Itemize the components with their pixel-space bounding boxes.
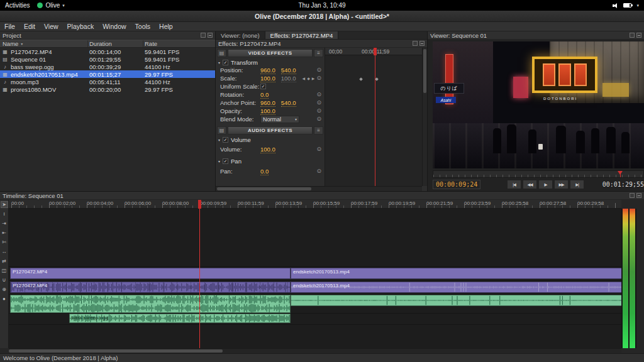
column-name[interactable]: Name ▾ xyxy=(0,40,88,47)
popout-icon[interactable] xyxy=(630,33,635,38)
keyframe-ruler[interactable]: 00;00 00:00:11;59 xyxy=(325,48,422,55)
uniform-scale-checkbox[interactable]: ✓ xyxy=(260,84,266,89)
pan-field[interactable]: 0.0 xyxy=(260,168,269,175)
collapse-icon[interactable]: ▾ xyxy=(218,60,220,65)
timeline-ruler[interactable]: 00:0000:00:02;0000:00:04;0000:00:06;0000… xyxy=(9,200,621,209)
menu-window[interactable]: Window xyxy=(98,22,130,31)
menu-view[interactable]: View xyxy=(40,22,63,31)
keyframe-toggle-icon[interactable]: ⊙ xyxy=(316,100,321,106)
pointer-tool[interactable]: ➤ xyxy=(1,201,8,208)
pan-enabled-checkbox[interactable]: ✓ xyxy=(223,158,228,164)
keyframe-playhead[interactable] xyxy=(375,48,375,186)
timeline-horizontal-scrollbar[interactable] xyxy=(9,348,621,353)
collapse-icon[interactable]: ▾ xyxy=(218,159,220,163)
video-clip[interactable]: P1270472.MP4 xyxy=(10,268,291,279)
next-keyframe-icon[interactable]: ▶ xyxy=(312,76,315,80)
close-icon[interactable] xyxy=(419,41,425,46)
scrollbar-thumb[interactable] xyxy=(9,349,223,353)
timeline-tracks[interactable]: P1270472.MP4 endsketch20170513.mp4 P1270… xyxy=(9,209,621,348)
scale-x-field[interactable]: 100.0 xyxy=(260,75,275,82)
timeline-playhead-marker[interactable] xyxy=(198,200,201,209)
keyframe-toggle-icon[interactable]: ⊙ xyxy=(316,67,321,73)
volume-enabled-checkbox[interactable]: ✓ xyxy=(223,137,228,143)
blend-mode-select[interactable]: Normal ▾ xyxy=(260,116,299,123)
anchor-x-field[interactable]: 960.0 xyxy=(260,99,275,107)
project-row[interactable]: ▦P1270472.MP400:00:14;0059.9401 FPS xyxy=(0,48,215,55)
viewer-playhead-marker[interactable] xyxy=(618,171,623,175)
close-icon[interactable] xyxy=(636,33,641,38)
clock[interactable]: Thu Jan 3, 10:49 xyxy=(298,2,345,9)
audio-clip[interactable] xyxy=(291,295,621,306)
project-row[interactable]: ♪bass sweep.ogg00:00:39;2944100 Hz xyxy=(0,63,215,70)
anchor-y-field[interactable]: 540.0 xyxy=(281,99,296,107)
app-menu-button[interactable]: Olive ▾ xyxy=(37,2,64,9)
popout-icon[interactable] xyxy=(413,41,418,46)
go-to-start-button[interactable]: |◀ xyxy=(507,180,521,189)
timeline-playhead[interactable] xyxy=(199,200,200,348)
transform-enabled-checkbox[interactable]: ✓ xyxy=(223,60,228,65)
keyframe-timeline[interactable]: 00;00 00:00:11;59 xyxy=(325,48,422,186)
close-icon[interactable] xyxy=(208,33,213,38)
video-clip[interactable]: P1270472.MP4 xyxy=(10,282,291,293)
razor-tool[interactable]: ✄ xyxy=(1,239,8,246)
system-tray[interactable]: ▾ xyxy=(613,3,639,8)
popout-icon[interactable] xyxy=(201,33,206,38)
close-icon[interactable] xyxy=(636,193,641,198)
menu-playback[interactable]: Playback xyxy=(63,22,99,31)
record-button[interactable]: ● xyxy=(1,295,8,302)
tab-effects[interactable]: Effects: P1270472.MP4 xyxy=(265,31,339,39)
audio-clip[interactable]: bass sweep.ogg xyxy=(69,314,291,323)
collapse-icon[interactable]: ▾ xyxy=(218,138,220,142)
slip-tool[interactable]: ↔ xyxy=(1,248,8,255)
play-button[interactable]: ▶ xyxy=(538,180,553,189)
menu-file[interactable]: File xyxy=(0,22,19,31)
opacity-field[interactable]: 100.0 xyxy=(260,107,275,115)
keyframe-diamond-icon[interactable] xyxy=(375,77,379,81)
rotation-field[interactable]: 0.0 xyxy=(260,91,269,99)
column-rate[interactable]: Rate xyxy=(143,40,215,47)
position-x-field[interactable]: 960.0 xyxy=(260,67,275,74)
effect-menu-icon[interactable]: ▤ xyxy=(217,126,226,134)
project-row[interactable]: ▦endsketch20170513.mp400:01:15;2729.97 F… xyxy=(0,70,215,78)
prev-keyframe-icon[interactable]: ◀ xyxy=(303,76,306,80)
keyframe-toggle-icon[interactable]: ⊙ xyxy=(316,92,321,97)
keyframe-diamond-icon[interactable] xyxy=(359,77,363,81)
menu-edit[interactable]: Edit xyxy=(19,22,40,31)
add-keyframe-icon[interactable]: ◆ xyxy=(307,76,310,80)
project-row[interactable]: ♪moon.mp300:05:41;1144100 Hz xyxy=(0,78,215,85)
keyframe-toggle-icon[interactable]: ⊙ xyxy=(316,168,321,174)
effect-menu-icon[interactable]: ▤ xyxy=(217,49,226,57)
rolling-tool[interactable]: ⇤ xyxy=(1,229,8,236)
slide-tool[interactable]: ⇄ xyxy=(1,258,8,265)
position-y-field[interactable]: 540.0 xyxy=(281,67,296,74)
video-clip[interactable]: endsketch20170513.mp4 xyxy=(291,268,621,279)
effects-vertical-scrollbar[interactable] xyxy=(422,48,427,186)
project-row[interactable]: ▦prores1080.MOV00:00:20;0029.97 FPS xyxy=(0,85,215,93)
viewer-seek-bar[interactable] xyxy=(433,170,644,178)
keyframe-toggle-icon[interactable]: ⊙ xyxy=(316,116,321,122)
video-preview[interactable]: のりば Asahi DOTONBORI xyxy=(433,41,644,168)
column-duration[interactable]: Duration xyxy=(88,40,143,47)
audio-clip[interactable] xyxy=(10,295,291,313)
keyframe-toggle-icon[interactable]: ⊙ xyxy=(316,108,321,114)
keyframe-toggle-icon[interactable]: ⊙ xyxy=(316,75,321,81)
tab-viewer-none[interactable]: Viewer: (none) xyxy=(216,31,265,39)
keyframe-toggle-icon[interactable]: ⊙ xyxy=(316,146,321,152)
popout-icon[interactable] xyxy=(630,193,635,198)
activities-button[interactable]: Activities xyxy=(5,2,30,9)
go-to-end-button[interactable]: ▶| xyxy=(570,180,584,189)
zoom-tool[interactable]: ⊕ xyxy=(1,286,8,293)
video-clip[interactable]: endsketch20170513.mp4 xyxy=(291,282,621,293)
window-title-bar[interactable]: Olive (December 2018 | Alpha) - <untitle… xyxy=(0,11,644,22)
menu-help[interactable]: Help xyxy=(155,22,177,31)
edit-tool[interactable]: I xyxy=(1,211,8,217)
project-row[interactable]: ▤Sequence 0100:01:29;5559.9401 FPS xyxy=(0,55,215,63)
snapping-toggle[interactable]: ∪ xyxy=(1,277,8,283)
next-frame-button[interactable]: ▶▶ xyxy=(554,180,569,189)
transition-tool[interactable]: ◫ xyxy=(1,267,8,274)
effects-horizontal-scrollbar[interactable] xyxy=(216,186,422,191)
menu-tools[interactable]: Tools xyxy=(131,22,155,31)
volume-field[interactable]: 100.0 xyxy=(260,146,275,153)
ripple-tool[interactable]: ⇥ xyxy=(1,220,8,227)
add-effect-icon[interactable]: ≡ xyxy=(314,126,323,134)
